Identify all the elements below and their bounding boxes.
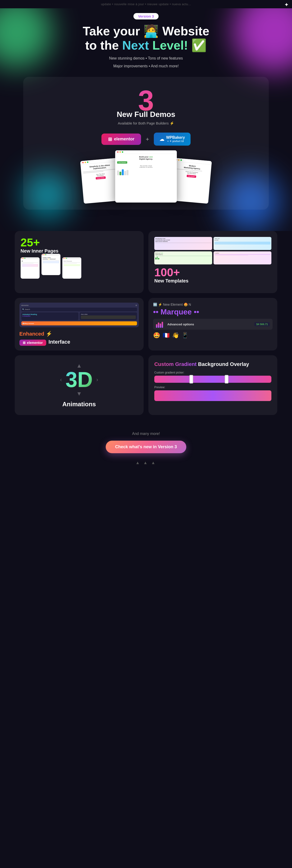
- template-thumb-2: Start yourjourney: [214, 237, 271, 250]
- gradient-title-normal: Background Overlay: [196, 361, 249, 367]
- template-thumb-4: ✦ pixfort: [214, 251, 271, 265]
- picker-label: Custom gradient picker:: [154, 371, 271, 374]
- demos-subtitle: Available for Both Page Builders ⚡: [30, 121, 262, 125]
- pixfort-label: + ✦ pixfort UI: [166, 140, 185, 143]
- template-thumb-1: Introducing a newrevolutionary way to bu…: [154, 237, 212, 250]
- hero-subtitle-2: Major improvements • And much more!: [9, 63, 283, 70]
- gradient-card: Custom Gradient Background Overlay Custo…: [149, 355, 277, 415]
- emoji-row: 🤩 🇫🇷 👋 📱: [153, 332, 272, 339]
- threed-card: ▲ ‹ 3D › ▼ Animations: [15, 355, 143, 415]
- el-topbar-left: elementor: [21, 305, 29, 306]
- gradient-picker-bar[interactable]: [154, 376, 271, 383]
- marquee-card: 🆕 ⚡ New Element 🤩 N •• Marquee •• Advanc…: [149, 298, 277, 350]
- widget-blog-carousel: 📰 Blog carousel: [21, 321, 137, 326]
- threed-gradient-row: ▲ ‹ 3D › ▼ Animations Custom Gradient Ba…: [15, 355, 278, 415]
- preview-label: Preview:: [154, 385, 271, 389]
- arrow-left-icon: ‹: [60, 376, 62, 383]
- inner-pages-card: 25+ New Inner Pages M: [15, 231, 143, 293]
- elementor-label: elementor: [114, 136, 134, 142]
- elementor-screenshot: elementor ⊞ 🔍 Search Animated Heading is…: [20, 303, 139, 327]
- bottom-cta: And many more! Check what's new in Versi…: [0, 425, 292, 477]
- hero-title-level: Level!: [153, 38, 188, 52]
- bottom-arrows: ▲ ▲ ▲: [9, 460, 283, 465]
- arrow-down-icon: ▼: [76, 390, 82, 397]
- demos-section: 3 New Full Demos Available for Both Page…: [23, 77, 269, 210]
- chart-bar-2: [158, 322, 159, 328]
- el-widgets: Animated Heading is beautiful Auto video…: [21, 312, 137, 326]
- demo-screen-center: Build your ownDigital Agency. Get Starte…: [115, 150, 177, 203]
- elementor-button[interactable]: ⊞ elementor: [101, 133, 141, 145]
- gradient-title: Custom Gradient Background Overlay: [154, 361, 271, 367]
- auto-video-text: Auto video: [81, 313, 136, 315]
- emoji-2: 🇫🇷: [163, 332, 170, 339]
- marquee-demo-advanced: Advanced options $4 566.71: [153, 319, 272, 330]
- threed-row: ‹ 3D ›: [60, 369, 98, 390]
- hero-subtitle-1: New stunning demos • Tons of new feature…: [9, 55, 283, 62]
- price-tag: $4 566.71: [254, 322, 270, 326]
- hero-title-to: to the: [85, 38, 122, 52]
- wpbakery-button[interactable]: ☁ WPBakery + ✦ pixfort UI: [154, 132, 191, 146]
- elementor-marquee-row: elementor ⊞ 🔍 Search Animated Heading is…: [15, 298, 278, 350]
- elementor-badge: ⊞ elementor: [20, 340, 46, 346]
- mockup-3: Work Showcase: [62, 257, 81, 279]
- elementor-badge-label: elementor: [27, 341, 43, 345]
- advanced-options-text: Advanced options: [167, 322, 194, 326]
- plus-sign: +: [146, 136, 149, 143]
- emoji-4: 📱: [182, 332, 189, 339]
- chart-bar-3: [160, 323, 161, 328]
- elementor-badge-row: ⊞ elementor Interface: [20, 338, 139, 346]
- arrow-right-icon: ›: [96, 376, 98, 383]
- picker-handle-1[interactable]: [189, 375, 193, 383]
- el-topbar-right: ⊞: [136, 305, 137, 306]
- builders-row: ⊞ elementor + ☁ WPBakery + ✦ pixfort UI: [30, 132, 262, 146]
- hero-title-space: [149, 38, 152, 52]
- hero-section: Version 3 Take your 🧑‍💻 Website to the N…: [0, 8, 292, 231]
- elementor-icon: ⊞: [108, 136, 112, 142]
- new-element-text: 🆕 ⚡ New Element 🤩 N: [153, 303, 272, 306]
- wpbakery-cloud-icon: ☁: [160, 136, 164, 142]
- widget-animated-heading: Animated Heading is beautiful: [21, 312, 79, 320]
- mockup-2: Create a superstunning ✨ showcase!: [41, 254, 60, 275]
- hero-title-emoji: ✅: [188, 38, 207, 52]
- el-topbar: elementor ⊞: [21, 305, 137, 306]
- templates-label: New Templates: [154, 278, 271, 284]
- ticker-text: update • nouvelle mise à jour • nieuwe u…: [101, 2, 191, 6]
- chart-mini: [156, 321, 165, 328]
- cta-button[interactable]: Check what's new in Version 3: [106, 441, 186, 453]
- ticker-bar: update • nouvelle mise à jour • nieuwe u…: [0, 0, 292, 8]
- inner-pages-number: 25+: [21, 237, 138, 248]
- inner-pages-mockups: M Create a superstunning ✨ showcase!: [21, 257, 138, 279]
- picker-handle-2[interactable]: [225, 375, 228, 383]
- templates-card: Introducing a newrevolutionary way to bu…: [149, 231, 277, 293]
- hero-title-next: Next: [122, 38, 149, 52]
- chart-bar-1: [156, 324, 157, 328]
- and-more-text: And many more!: [9, 432, 283, 436]
- marquee-title: •• Marquee ••: [153, 308, 272, 316]
- hero-title: Take your 🧑‍💻 Website to the Next Level!…: [9, 24, 283, 53]
- elementor-card: elementor ⊞ 🔍 Search Animated Heading is…: [15, 298, 143, 350]
- demos-header: 3 New Full Demos Available for Both Page…: [30, 86, 262, 125]
- emoji-3: 👋: [172, 332, 179, 339]
- templates-number: 100+: [154, 267, 271, 278]
- widget-highlight-row: 📰 Blog carousel: [21, 321, 137, 326]
- animations-label: Animations: [62, 401, 96, 408]
- features-grid: 25+ New Inner Pages M: [15, 231, 278, 293]
- top-logo: ✦: [284, 2, 288, 8]
- animated-heading-text: Animated Heading: [23, 313, 77, 315]
- wpbakery-label: WPBakery: [166, 135, 185, 140]
- enhanced-title: Enhanced ⚡: [20, 331, 139, 337]
- hero-title-line1: Take your 🧑‍💻 Website: [83, 24, 209, 38]
- widget-auto-video: Auto video: [79, 312, 137, 320]
- gradient-preview: [154, 390, 271, 401]
- chart-bar-4: [162, 322, 163, 328]
- version-badge: Version 3: [133, 13, 159, 20]
- emoji-1: 🤩: [153, 332, 160, 339]
- demo-screenshots: Simplicity is the ultimesophistication. …: [30, 150, 262, 203]
- demos-title: New Full Demos: [30, 110, 262, 119]
- gradient-title-accent: Custom Gradient: [154, 361, 196, 367]
- threed-text: 3D: [65, 369, 93, 390]
- templates-preview: Introducing a newrevolutionary way to bu…: [154, 237, 271, 265]
- elementor-badge-icon: ⊞: [23, 341, 26, 345]
- template-thumb-3: Build your ownDigital Agency.: [154, 251, 212, 265]
- interface-text: Interface: [48, 339, 70, 345]
